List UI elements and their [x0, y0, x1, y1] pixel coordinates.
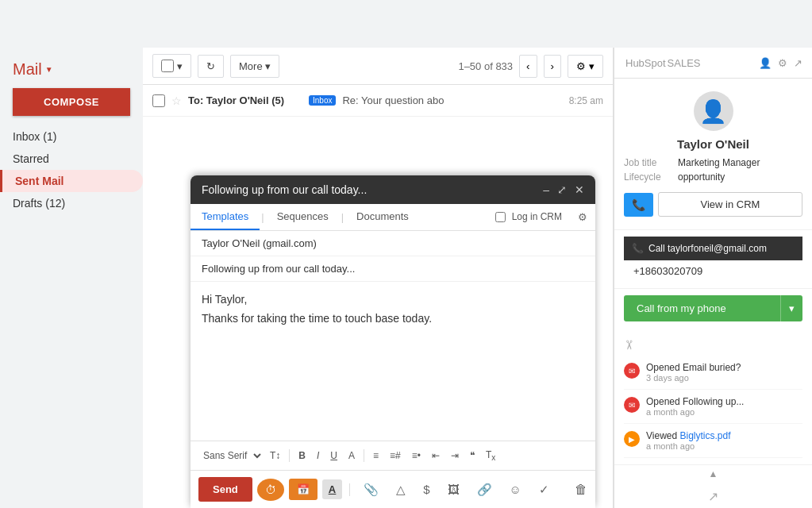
sidebar-item-drafts[interactable]: Drafts (12)	[0, 192, 143, 214]
minimize-button[interactable]: –	[543, 183, 549, 196]
italic-button[interactable]: I	[312, 447, 324, 464]
hubspot-check-button[interactable]: ✓	[533, 478, 556, 502]
compose-button[interactable]: COMPOSE	[13, 88, 130, 116]
insert-link-button[interactable]: 🔗	[471, 478, 498, 502]
settings-button[interactable]: ⚙ ▾	[568, 55, 603, 78]
email-time: 8:25 am	[569, 95, 603, 106]
compose-body[interactable]: Hi Taylor, Thanks for taking the time to…	[190, 282, 595, 441]
body-line2: Thanks for taking the time to touch base…	[202, 312, 584, 325]
user-icon[interactable]: 👤	[759, 57, 772, 69]
call-section: 📞 Call taylorfoneil@gmail.com +186030207…	[614, 230, 812, 289]
compose-overlay: Following up from our call today... – ⤢ …	[190, 175, 595, 508]
send-button[interactable]: Send	[198, 477, 252, 502]
compose-header[interactable]: Following up from our call today... – ⤢ …	[190, 175, 595, 204]
activity-dot-email-2: ✉	[624, 397, 640, 413]
clear-format-button[interactable]: Tx	[481, 446, 500, 465]
indent-right-button[interactable]: ⇥	[446, 447, 464, 464]
clock-button[interactable]: ⏱	[257, 479, 284, 501]
sidebar-item-sent[interactable]: Sent Mail	[0, 170, 143, 192]
calendar-button[interactable]: 📅	[289, 479, 317, 500]
hubspot-product: SALES	[668, 57, 701, 69]
email-subject: Re: Your question abo	[342, 94, 562, 106]
sidebar-item-inbox[interactable]: Inbox (1)	[0, 125, 143, 148]
sidebar-item-starred[interactable]: Starred	[0, 148, 143, 170]
call-from-phone-button[interactable]: Call from my phone	[624, 295, 780, 321]
drive-button[interactable]: △	[390, 478, 412, 502]
activity-time-2: a month ago	[646, 407, 744, 417]
refresh-button[interactable]: ↻	[198, 55, 224, 78]
select-checkbox-button[interactable]: ▾	[152, 54, 191, 78]
select-all-checkbox[interactable]	[161, 60, 174, 72]
sidebar-inbox-count: (1)	[43, 130, 56, 143]
unordered-list-button[interactable]: ≡•	[407, 447, 425, 464]
tab-sequences[interactable]: Sequences	[266, 204, 340, 230]
insert-image-button[interactable]: 🖼	[441, 478, 466, 501]
list-item: ✉ Opened Email buried? 3 days ago	[624, 356, 802, 390]
font-family-select[interactable]: Sans Serif	[197, 446, 264, 465]
text-color-button[interactable]: A	[344, 447, 360, 464]
pagination-text: 1–50 of 833	[458, 60, 513, 72]
blockquote-button[interactable]: ❝	[465, 447, 479, 464]
close-button[interactable]: ✕	[575, 183, 584, 196]
delete-compose-button[interactable]: 🗑	[575, 483, 587, 497]
lifecycle-row: Lifecycle opportunity	[624, 171, 802, 183]
underline-button[interactable]: U	[325, 447, 342, 464]
scroll-up-arrow[interactable]: ▲	[614, 464, 812, 483]
contact-details: Job title Marketing Manager Lifecycle op…	[624, 157, 802, 183]
next-page-button[interactable]: ›	[544, 55, 561, 78]
log-crm-input[interactable]	[495, 212, 506, 222]
activity-section: ✂ ✉ Opened Email buried? 3 days ago ✉ Op…	[614, 328, 812, 464]
biglytics-link[interactable]: Biglytics.pdf	[679, 430, 730, 441]
settings-arrow: ▾	[589, 60, 595, 72]
view-crm-button[interactable]: View in CRM	[658, 192, 802, 217]
activity-title-1: Opened Email buried?	[646, 362, 741, 373]
activity-dot-email-1: ✉	[624, 363, 640, 379]
bold-button[interactable]: B	[294, 447, 310, 464]
table-row[interactable]: ☆ To: Taylor O'Neil (5) Inbox Re: Your q…	[143, 85, 613, 117]
external-link-icon[interactable]: ↗	[794, 57, 802, 69]
align-button[interactable]: ≡	[368, 447, 383, 464]
activity-dot-doc: ▶	[624, 431, 640, 447]
hubspot-logo-text: HubSpot	[625, 57, 666, 69]
panel-footer: ↗	[614, 483, 812, 508]
hubspot-header-icons: 👤 ⚙ ↗	[759, 57, 802, 69]
star-icon[interactable]: ☆	[171, 94, 182, 107]
phone-icon-button[interactable]: 📞	[624, 193, 653, 217]
underline-a-button[interactable]: A	[322, 479, 342, 499]
activity-time-1: 3 days ago	[646, 373, 741, 383]
emoji-button[interactable]: ☺	[503, 478, 528, 501]
lifecycle-value: opportunity	[678, 171, 725, 183]
sidebar-starred-label: Starred	[13, 152, 49, 165]
maximize-button[interactable]: ⤢	[557, 183, 567, 196]
insert-money-button[interactable]: $	[417, 478, 436, 501]
list-item: ▶ Viewed Biglytics.pdf a month ago	[624, 424, 802, 458]
compose-subject-value: Following up from our call today...	[202, 263, 355, 275]
job-title-value: Marketing Manager	[678, 157, 760, 168]
email-checkbox[interactable]	[152, 94, 165, 107]
sidebar-inbox-label: Inbox	[13, 130, 40, 143]
action-divider	[349, 483, 350, 496]
tab-documents[interactable]: Documents	[345, 204, 420, 230]
more-button[interactable]: More ▾	[230, 55, 279, 78]
gmail-toolbar: ▾ ↻ More ▾ 1–50 of 833 ‹ › ⚙ ▾	[143, 48, 613, 85]
activity-title-3: Viewed Biglytics.pdf	[646, 430, 731, 441]
mail-title-arrow: ▼	[45, 65, 53, 74]
ordered-list-button[interactable]: ≡#	[385, 447, 406, 464]
external-icon[interactable]: ↗	[708, 489, 718, 504]
compose-to-field: Taylor O'Neil (gmail.com)	[190, 231, 595, 256]
font-size-button[interactable]: T↕	[265, 447, 285, 464]
indent-left-button[interactable]: ⇤	[427, 447, 444, 464]
crm-actions: 📞 View in CRM	[624, 192, 802, 217]
activity-text-1: Opened Email buried? 3 days ago	[646, 362, 741, 383]
call-email-label: Call taylorfoneil@gmail.com	[648, 243, 767, 254]
tab-templates[interactable]: Templates	[190, 204, 260, 230]
settings-icon: ⚙	[576, 60, 586, 72]
hubspot-logo: HubSpotSALES	[624, 56, 701, 70]
gear-icon[interactable]: ⚙	[778, 57, 787, 69]
call-dropdown-button[interactable]: ▾	[780, 295, 802, 321]
compose-settings-button[interactable]: ⚙	[570, 206, 595, 228]
hubspot-header: HubSpotSALES 👤 ⚙ ↗	[614, 48, 812, 79]
prev-page-button[interactable]: ‹	[519, 55, 537, 78]
attach-button[interactable]: 📎	[357, 478, 385, 502]
refresh-icon: ↻	[206, 60, 215, 72]
